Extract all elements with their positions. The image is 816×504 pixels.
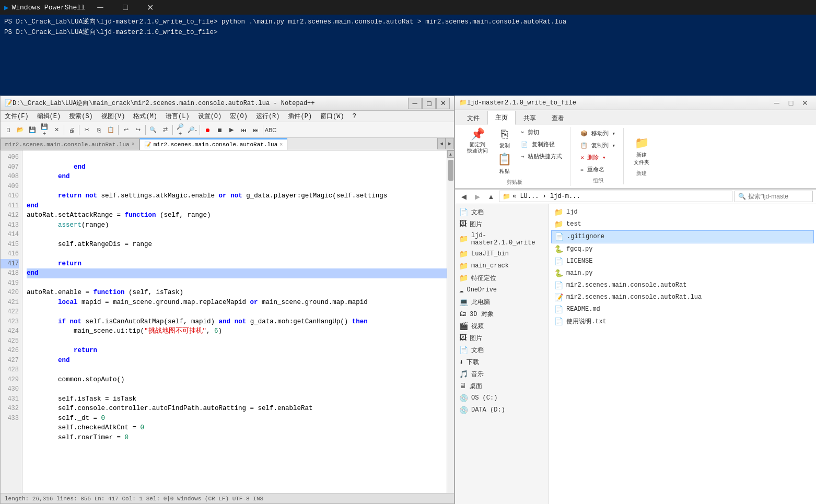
- ribbon-btn-newfolder[interactable]: 📁 新建文件夹: [630, 136, 653, 167]
- sidebar-item-datad[interactable]: 💿 DATA (D:): [455, 404, 549, 416]
- npp-minimize-button[interactable]: ─: [408, 98, 422, 109]
- npp-print-btn[interactable]: 🖨: [66, 124, 77, 136]
- scroll-up-btn[interactable]: ▲: [447, 150, 454, 158]
- exp-forward-button[interactable]: ▶: [472, 191, 483, 202]
- file-item-readme[interactable]: 📄 README.md: [551, 303, 814, 315]
- npp-new-btn[interactable]: 🗋: [3, 124, 14, 136]
- npp-macro-prev-btn[interactable]: ⏮: [238, 124, 249, 136]
- exp-close-button[interactable]: ✕: [798, 97, 812, 109]
- ribbon-btn-pin[interactable]: 📌 固定到快速访问: [463, 127, 492, 156]
- npp-menu-macro[interactable]: 宏(O): [226, 111, 252, 122]
- file-icon-readme: 📄: [554, 305, 563, 314]
- code-content[interactable]: end end return not self.settings.atkMagi…: [22, 150, 447, 493]
- ribbon-btn-pasteshortcut[interactable]: ⇒ 粘贴快捷方式: [517, 151, 566, 162]
- sidebar-item-documents[interactable]: 📄 文档: [455, 206, 549, 218]
- file-item-mainpy[interactable]: 🐍 main.py: [551, 267, 814, 279]
- exp-up-button[interactable]: ▲: [485, 191, 497, 202]
- npp-macro-rec-btn[interactable]: ⏺: [202, 124, 213, 136]
- exp-maximize-button[interactable]: □: [784, 97, 798, 109]
- sidebar-item-luajit[interactable]: 📁 LuaJIT_bin: [455, 248, 549, 260]
- npp-menu-plugins[interactable]: 插件(P): [284, 111, 316, 122]
- npp-tab-2[interactable]: 📝 mir2.scenes.main.console.autoRat.lua ×: [139, 138, 288, 150]
- exp-ribbon-tab-share[interactable]: 共享: [516, 111, 544, 125]
- npp-macro-play-btn[interactable]: ▶: [226, 124, 237, 136]
- npp-open-btn[interactable]: 📂: [15, 124, 26, 136]
- npp-spell-btn[interactable]: ABC: [265, 124, 276, 136]
- npp-zoom-out-btn[interactable]: 🔎-: [186, 124, 198, 136]
- exp-address-box[interactable]: 📁 « LU... › ljd-m...: [499, 191, 732, 202]
- file-item-mir2scenes[interactable]: 📄 mir2.scenes.main.console.autoRat: [551, 279, 814, 291]
- file-item-fgcq[interactable]: 🐍 fgcq.py: [551, 243, 814, 255]
- npp-save-btn[interactable]: 💾: [27, 124, 38, 136]
- sidebar-item-features[interactable]: 📁 特征定位: [455, 272, 549, 284]
- sidebar-item-onedrive[interactable]: ☁ OneDrive: [455, 284, 549, 296]
- sidebar-item-ljd[interactable]: 📁 ljd-master2.1.0_write: [455, 230, 549, 248]
- exp-ribbon-tab-file[interactable]: 文件: [459, 111, 487, 125]
- file-item-license[interactable]: 📄 LICENSE: [551, 255, 814, 267]
- sidebar-item-docs[interactable]: 📄 文档: [455, 344, 549, 356]
- sidebar-item-osc[interactable]: 💿 OS (C:): [455, 392, 549, 404]
- npp-menu-file[interactable]: 文件(F): [1, 111, 33, 122]
- exp-back-button[interactable]: ◀: [458, 191, 470, 202]
- ps-close-button[interactable]: ✕: [138, 0, 162, 15]
- ribbon-btn-moveto[interactable]: 📦 移动到 ▾: [577, 128, 619, 139]
- npp-close-tab-btn[interactable]: ✕: [51, 124, 62, 136]
- file-item-gitignore[interactable]: 📄 .gitignore: [551, 230, 814, 243]
- file-item-test[interactable]: 📁 test: [551, 218, 814, 230]
- exp-ribbon-tab-view[interactable]: 查看: [544, 111, 572, 125]
- npp-saveall-btn[interactable]: 💾+: [39, 124, 50, 136]
- npp-cut-btn[interactable]: ✂: [81, 124, 92, 136]
- npp-menu-format[interactable]: 格式(M): [129, 111, 161, 122]
- npp-menu-language[interactable]: 语言(L): [161, 111, 194, 122]
- sidebar-item-desktop[interactable]: 🖥 桌面: [455, 380, 549, 392]
- ribbon-btn-copyto[interactable]: 📋 复制到 ▾: [577, 140, 619, 151]
- sidebar-item-music[interactable]: 🎵 音乐: [455, 368, 549, 380]
- npp-macro-next-btn[interactable]: ⏭: [250, 124, 261, 136]
- exp-minimize-button[interactable]: ─: [770, 97, 784, 109]
- npp-tab2-close[interactable]: ×: [279, 142, 283, 148]
- npp-macro-stop-btn[interactable]: ⏹: [214, 124, 225, 136]
- npp-zoom-in-btn[interactable]: 🔎+: [174, 124, 186, 136]
- file-item-mir2scenes-lua[interactable]: 📝 mir2.scenes.main.console.autoRat.lua: [551, 291, 814, 303]
- sidebar-item-images[interactable]: 🖼 图片: [455, 332, 549, 344]
- ribbon-btn-copy[interactable]: ⎘ 复制: [494, 127, 515, 151]
- npp-tab1-close[interactable]: ×: [132, 142, 135, 147]
- npp-menu-run[interactable]: 运行(R): [252, 111, 284, 122]
- npp-menu-edit[interactable]: 编辑(E): [33, 111, 65, 122]
- ribbon-btn-paste[interactable]: 📋 粘贴: [494, 152, 515, 176]
- ribbon-btn-copypath[interactable]: 📄 复制路径: [517, 139, 566, 150]
- sidebar-item-3dobjects[interactable]: 🗂 3D 对象: [455, 308, 549, 320]
- npp-menu-search[interactable]: 搜索(S): [65, 111, 97, 122]
- file-item-usage[interactable]: 📄 使用说明.txt: [551, 315, 814, 327]
- npp-redo-btn[interactable]: ↪: [132, 124, 144, 136]
- exp-search-input[interactable]: [748, 193, 809, 200]
- npp-find-btn[interactable]: 🔍: [147, 124, 159, 136]
- sidebar-item-thispc[interactable]: 💻 此电脑: [455, 296, 549, 308]
- npp-replace-btn[interactable]: ⇄: [159, 124, 171, 136]
- sidebar-item-pictures[interactable]: 🖼 图片: [455, 218, 549, 230]
- npp-tab-right-btn[interactable]: ▶: [446, 138, 454, 149]
- sidebar-item-downloads[interactable]: ⬇ 下载: [455, 356, 549, 368]
- ribbon-btn-rename[interactable]: ✏ 重命名: [577, 164, 619, 175]
- file-item-ljd[interactable]: 📁 ljd: [551, 206, 814, 218]
- npp-restore-button[interactable]: ◻: [422, 98, 436, 109]
- npp-menu-settings[interactable]: 设置(O): [194, 111, 226, 122]
- npp-paste-btn[interactable]: 📋: [105, 124, 116, 136]
- ribbon-btn-cut[interactable]: ✂ 剪切: [517, 127, 566, 138]
- npp-undo-btn[interactable]: ↩: [120, 124, 132, 136]
- npp-close-button[interactable]: ✕: [436, 98, 450, 109]
- sidebar-item-videos[interactable]: 🎬 视频: [455, 320, 549, 332]
- ribbon-btn-delete[interactable]: ✕ 删除 ▾: [577, 152, 619, 163]
- ps-minimize-button[interactable]: ─: [88, 0, 112, 15]
- npp-menu-help[interactable]: ?: [348, 112, 360, 121]
- scroll-thumb[interactable]: [448, 160, 453, 181]
- exp-ribbon-tab-home[interactable]: 主页: [487, 111, 516, 125]
- exp-search-box[interactable]: 🔍: [735, 191, 813, 202]
- npp-tab-1[interactable]: mir2.scenes.main.console.autoRat.lua ×: [1, 138, 139, 150]
- npp-tab-left-btn[interactable]: ◀: [437, 138, 446, 149]
- npp-copy-btn[interactable]: ⎘: [93, 124, 104, 136]
- npp-menu-view[interactable]: 视图(V): [97, 111, 130, 122]
- sidebar-item-maincrack[interactable]: 📁 main_crack: [455, 260, 549, 272]
- ps-maximize-button[interactable]: □: [113, 0, 137, 15]
- npp-menu-window[interactable]: 窗口(W): [316, 111, 348, 122]
